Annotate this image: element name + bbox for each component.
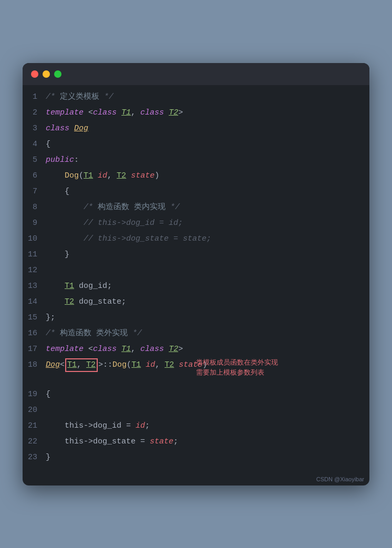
annotation-line1: 类模板成员函数在类外实现 — [196, 357, 278, 368]
maximize-button[interactable] — [54, 70, 61, 78]
line-number: 22 — [23, 435, 46, 449]
line-number: 19 — [23, 387, 46, 402]
code-content: this->dog_id = id; — [46, 419, 150, 433]
code-line-5: 5 public: — [23, 152, 369, 168]
code-line-21: 21 this->dog_id = id; — [23, 418, 369, 434]
code-line-2: 2 template <class T1, class T2> — [23, 105, 369, 121]
code-line-11: 11 } — [23, 247, 369, 263]
code-content: } — [46, 450, 50, 465]
annotation-line2: 需要加上模板参数列表 — [196, 367, 278, 378]
line-number: 13 — [23, 279, 46, 294]
code-line-19: 19 { — [23, 387, 369, 402]
code-line-22: 22 this->dog_state = state; — [23, 434, 369, 450]
code-line-12: 12 — [23, 263, 369, 278]
code-line-6: 6 Dog(T1 id, T2 state) — [23, 168, 369, 184]
titlebar — [23, 63, 369, 85]
code-content: T2 dog_state; — [46, 295, 126, 309]
code-content: /* 构造函数 类外实现 */ — [46, 326, 142, 341]
line-number: 9 — [23, 216, 46, 231]
code-line-16: 16 /* 构造函数 类外实现 */ — [23, 326, 369, 342]
line-number: 1 — [23, 90, 46, 105]
code-line-8: 8 /* 构造函数 类内实现 */ — [23, 200, 369, 215]
line-number: 14 — [23, 295, 46, 309]
line-number: 20 — [23, 403, 46, 418]
code-line-13: 13 T1 dog_id; — [23, 278, 369, 294]
code-content: { — [46, 184, 69, 199]
line-number: 15 — [23, 311, 46, 325]
code-content: { — [46, 387, 50, 402]
code-content: // this->dog_state = state; — [46, 232, 211, 246]
line-number: 7 — [23, 184, 46, 199]
line-number: 16 — [23, 326, 46, 341]
code-content: public: — [46, 153, 79, 168]
line-number: 10 — [23, 232, 46, 246]
minimize-button[interactable] — [43, 70, 50, 78]
code-content: /* 构造函数 类内实现 */ — [46, 200, 180, 215]
code-content: { — [46, 137, 50, 152]
code-content: }; — [46, 311, 55, 325]
line-number: 5 — [23, 153, 46, 168]
line-number: 12 — [23, 263, 46, 278]
code-content: /* 定义类模板 */ — [46, 90, 114, 105]
watermark: CSDN @Xiaoyibar — [23, 474, 369, 485]
code-content: this->dog_state = state; — [46, 435, 178, 449]
line-number: 3 — [23, 121, 46, 136]
code-content: class Dog — [46, 121, 88, 136]
code-line-17: 17 template <class T1, class T2> — [23, 342, 369, 357]
code-content: T1 dog_id; — [46, 279, 112, 294]
line-number: 18 — [23, 358, 46, 373]
code-content: Dog(T1 id, T2 state) — [46, 169, 159, 183]
code-content: } — [46, 247, 69, 262]
line-number: 8 — [23, 200, 46, 215]
code-line-14: 14 T2 dog_state; — [23, 294, 369, 310]
code-line-10: 10 // this->dog_state = state; — [23, 231, 369, 247]
line-number: 2 — [23, 106, 46, 120]
line-number: 21 — [23, 419, 46, 433]
code-content: template <class T1, class T2> — [46, 342, 183, 357]
code-content: // this->dog_id = id; — [46, 216, 183, 231]
code-line-7: 7 { — [23, 184, 369, 200]
code-annotation: 类模板成员函数在类外实现 需要加上模板参数列表 — [196, 357, 278, 378]
code-line-3: 3 class Dog — [23, 121, 369, 137]
code-content: template <class T1, class T2> — [46, 106, 183, 120]
code-window: 1 /* 定义类模板 */ 2 template <class T1, clas… — [23, 63, 369, 485]
code-line-15: 15 }; — [23, 310, 369, 326]
code-area: 1 /* 定义类模板 */ 2 template <class T1, clas… — [23, 85, 369, 474]
line-number: 6 — [23, 169, 46, 183]
code-line-9: 9 // this->dog_id = id; — [23, 215, 369, 231]
line-number: 4 — [23, 137, 46, 152]
line-number: 23 — [23, 450, 46, 465]
line-number: 11 — [23, 247, 46, 262]
close-button[interactable] — [31, 70, 38, 78]
code-line-18: 18 Dog<T1, T2>::Dog(T1 id, T2 state) 类模板… — [23, 357, 369, 387]
code-line-23: 23 } — [23, 450, 369, 466]
code-content: Dog<T1, T2>::Dog(T1 id, T2 state) — [46, 358, 207, 373]
code-line-4: 4 { — [23, 137, 369, 152]
code-line-1: 1 /* 定义类模板 */ — [23, 89, 369, 105]
code-line-20: 20 — [23, 402, 369, 418]
line-number: 17 — [23, 342, 46, 357]
